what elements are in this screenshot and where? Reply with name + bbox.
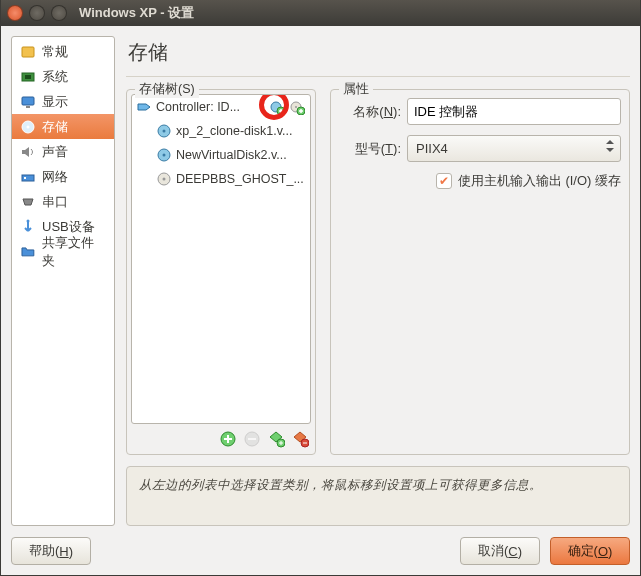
sidebar-item-storage[interactable]: 存储 (12, 114, 114, 139)
hint-box: 从左边的列表中选择设置类别，将鼠标移到设置项上可获得更多信息。 (126, 466, 630, 526)
storage-item[interactable]: xp_2_clone-disk1.v... (132, 119, 310, 143)
svg-rect-8 (24, 177, 26, 179)
sidebar: 常规 系统 显示 存储 (11, 36, 115, 526)
svg-point-9 (27, 219, 30, 222)
io-cache-label: 使用主机输入输出 (I/O) 缓存 (458, 172, 621, 190)
storage-tree-legend: 存储树(S) (135, 81, 199, 98)
sidebar-item-label: 显示 (42, 93, 68, 111)
serial-icon (20, 194, 36, 210)
svg-point-16 (163, 130, 166, 133)
window-title: Windows XP - 设置 (79, 4, 194, 22)
controller-type-select[interactable]: PIIX4 (407, 135, 621, 162)
chevron-updown-icon (606, 140, 614, 152)
storage-tree-group: 存储树(S) Controller: ID... (126, 89, 316, 455)
io-cache-checkbox[interactable] (436, 173, 452, 189)
titlebar: Windows XP - 设置 (1, 0, 640, 26)
sidebar-item-label: 网络 (42, 168, 68, 186)
add-attachment-icon[interactable] (267, 430, 285, 448)
system-icon (20, 69, 36, 85)
sidebar-item-shared-folders[interactable]: 共享文件夹 (12, 239, 114, 264)
sidebar-item-display[interactable]: 显示 (12, 89, 114, 114)
sidebar-item-label: 常规 (42, 43, 68, 61)
controller-row[interactable]: Controller: ID... (132, 95, 310, 119)
svg-rect-4 (26, 106, 30, 108)
storage-item[interactable]: DEEPBBS_GHOST_... (132, 167, 310, 191)
sidebar-item-network[interactable]: 网络 (12, 164, 114, 189)
disk-icon (156, 123, 172, 139)
add-cd-icon[interactable] (288, 98, 306, 116)
disk-icon (156, 147, 172, 163)
sidebar-item-system[interactable]: 系统 (12, 64, 114, 89)
name-label: 名称(N): (339, 103, 401, 121)
folder-icon (20, 244, 36, 260)
sidebar-item-audio[interactable]: 声音 (12, 139, 114, 164)
ok-button[interactable]: 确定(O) (550, 537, 630, 565)
maximize-icon[interactable] (51, 5, 67, 21)
storage-tree[interactable]: Controller: ID... (131, 94, 311, 424)
network-icon (20, 169, 36, 185)
storage-item-label: DEEPBBS_GHOST_... (176, 172, 304, 186)
svg-point-6 (27, 125, 30, 128)
general-icon (20, 44, 36, 60)
help-button[interactable]: 帮助(H) (11, 537, 91, 565)
storage-item-label: xp_2_clone-disk1.v... (176, 124, 293, 138)
sidebar-item-label: 存储 (42, 118, 68, 136)
controller-name-input[interactable] (407, 98, 621, 125)
page-storage: 存储 存储树(S) Controller: ID... (126, 36, 630, 526)
audio-icon (20, 144, 36, 160)
svg-rect-7 (22, 175, 34, 181)
svg-point-20 (163, 178, 166, 181)
dialog-buttons: 帮助(H) 取消(C) 确定(O) (11, 537, 630, 565)
add-disk-icon[interactable] (268, 98, 286, 116)
attributes-group: 属性 名称(N): 型号(T): PIIX4 (330, 89, 630, 455)
cd-icon (156, 171, 172, 187)
controller-label: Controller: ID... (156, 100, 240, 114)
svg-rect-2 (25, 75, 31, 79)
attributes-legend: 属性 (339, 81, 373, 98)
sidebar-item-label: 系统 (42, 68, 68, 86)
controller-type-value: PIIX4 (416, 141, 448, 156)
cancel-button[interactable]: 取消(C) (460, 537, 540, 565)
svg-point-18 (163, 154, 166, 157)
svg-rect-3 (22, 97, 34, 105)
type-label: 型号(T): (339, 140, 401, 158)
storage-icon (20, 119, 36, 135)
sidebar-item-label: 串口 (42, 193, 68, 211)
remove-attachment-icon[interactable] (291, 430, 309, 448)
sidebar-item-label: 共享文件夹 (42, 234, 106, 270)
storage-item-label: NewVirtualDisk2.v... (176, 148, 287, 162)
svg-rect-0 (22, 47, 34, 57)
content-area: 常规 系统 显示 存储 (1, 26, 640, 575)
usb-icon (20, 219, 36, 235)
svg-point-13 (295, 106, 297, 108)
settings-window: Windows XP - 设置 常规 系统 (0, 0, 641, 576)
display-icon (20, 94, 36, 110)
storage-item[interactable]: NewVirtualDisk2.v... (132, 143, 310, 167)
sidebar-item-general[interactable]: 常规 (12, 39, 114, 64)
remove-controller-icon (243, 430, 261, 448)
tree-toolbar (131, 424, 311, 450)
ide-controller-icon (136, 99, 152, 115)
add-controller-icon[interactable] (219, 430, 237, 448)
minimize-icon[interactable] (29, 5, 45, 21)
page-title: 存储 (126, 36, 630, 77)
sidebar-item-serial[interactable]: 串口 (12, 189, 114, 214)
sidebar-item-label: 声音 (42, 143, 68, 161)
close-icon[interactable] (7, 5, 23, 21)
